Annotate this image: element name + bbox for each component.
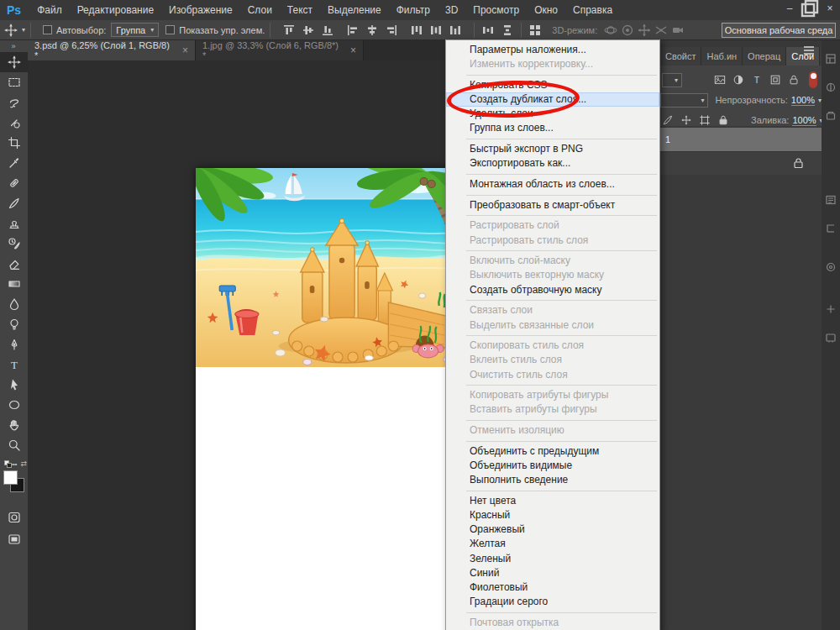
panel-tab[interactable]: Свойст	[660, 47, 701, 66]
align-middle-icon[interactable]	[302, 24, 315, 37]
context-menu-item[interactable]: Оранжевый	[446, 522, 659, 537]
swap-colors-icon[interactable]: ⇄	[20, 459, 27, 468]
eyedropper-tool[interactable]	[0, 153, 28, 173]
brush-tool[interactable]	[0, 193, 28, 213]
context-menu-item[interactable]: Красный	[446, 508, 659, 522]
distribute-v-spacing-icon[interactable]	[501, 24, 514, 37]
menubar-item[interactable]: Слои	[240, 0, 280, 20]
type-tool[interactable]: T	[0, 354, 28, 375]
filter-pixel-icon[interactable]	[714, 74, 726, 86]
blend-mode-dropdown[interactable]: ▾	[660, 93, 708, 108]
eraser-tool[interactable]	[0, 254, 28, 274]
menubar-item[interactable]: Окно	[527, 0, 565, 20]
menubar-item[interactable]: Выделение	[320, 0, 389, 20]
context-menu-item[interactable]: Группа из слоев...	[446, 121, 659, 135]
menubar-item[interactable]: 3D	[438, 0, 465, 20]
context-menu-item[interactable]: Вставить атрибуты фигуры	[446, 402, 659, 417]
context-menu-item[interactable]: Быстрый экспорт в PNG	[446, 142, 659, 156]
menubar-item[interactable]: Фильтр	[389, 0, 438, 20]
context-menu-item[interactable]: Параметры наложения...	[446, 43, 659, 57]
lock-all-icon[interactable]	[717, 114, 729, 126]
toolbox-collapse-icon[interactable]: »	[0, 40, 28, 50]
context-menu-item[interactable]: Связать слои	[446, 303, 659, 318]
show-controls-checkbox[interactable]	[165, 25, 175, 34]
context-menu-item[interactable]: Выделить связанные слои	[446, 318, 659, 333]
lock-artboard-icon[interactable]	[699, 114, 711, 126]
dock-panel-icon[interactable]	[826, 302, 836, 312]
filter-type-icon[interactable]: T	[751, 74, 763, 86]
dock-panel-icon[interactable]	[826, 52, 836, 62]
align-left-icon[interactable]	[346, 24, 360, 37]
distribute-h-spacing-icon[interactable]	[481, 24, 495, 37]
marquee-tool[interactable]	[0, 72, 28, 92]
crop-tool[interactable]	[0, 133, 28, 153]
close-button[interactable]: ×	[820, 0, 840, 17]
context-menu-item[interactable]: Почтовая открытка	[446, 616, 659, 630]
autoselect-checkbox[interactable]	[43, 25, 52, 34]
context-menu-item[interactable]: Растрировать стиль слоя	[446, 234, 659, 248]
path-selection-tool[interactable]	[0, 375, 28, 395]
hand-tool[interactable]	[0, 415, 28, 435]
document-tab[interactable]: 3.psd @ 6,25% (Слой 1, RGB/8) * ×	[28, 40, 196, 60]
quick-selection-tool[interactable]	[0, 113, 28, 133]
context-menu-item[interactable]: Вклеить стиль слоя	[446, 353, 659, 367]
filter-shape-icon[interactable]	[769, 74, 781, 86]
minimize-button[interactable]: –	[780, 0, 800, 17]
distribute-bottom-icon[interactable]	[449, 24, 462, 37]
healing-brush-tool[interactable]	[0, 173, 28, 193]
tab-close-icon[interactable]: ×	[182, 45, 188, 56]
menubar-item[interactable]: Редактирование	[70, 0, 161, 20]
panel-tab[interactable]: Операц	[743, 47, 786, 66]
document-tab[interactable]: 1.jpg @ 33,3% (Слой 6, RGB/8*) * ×	[196, 40, 364, 60]
menubar-item[interactable]: Справка	[565, 0, 620, 20]
shape-tool[interactable]	[0, 395, 28, 415]
context-menu-item[interactable]: Объединить с предыдущим	[446, 444, 659, 459]
dock-panel-icon[interactable]	[826, 81, 836, 91]
move-tool[interactable]	[0, 52, 28, 72]
context-menu-item[interactable]: Фиолетовый	[446, 580, 659, 595]
context-menu-item[interactable]: Экспортировать как...	[446, 156, 659, 171]
lock-transparency-icon[interactable]	[662, 114, 674, 126]
fill-value[interactable]: 100%	[792, 115, 816, 126]
context-menu-item[interactable]: Желтая	[446, 537, 659, 551]
dock-panel-icon[interactable]	[826, 193, 836, 203]
move-tool-icon[interactable]	[0, 20, 22, 40]
context-menu-item[interactable]: Выключить векторную маску	[446, 268, 659, 282]
filter-adjustment-icon[interactable]	[732, 74, 744, 86]
distribute-middle-icon[interactable]	[429, 24, 443, 37]
context-menu-item[interactable]: Монтажная область из слоев...	[446, 177, 659, 192]
foreground-color-swatch[interactable]	[3, 470, 18, 485]
autoselect-dropdown[interactable]: Группа▾	[111, 23, 159, 37]
distribute-top-icon[interactable]	[410, 24, 423, 37]
lock-position-icon[interactable]	[680, 114, 692, 126]
restore-button[interactable]	[800, 0, 820, 17]
context-menu-item[interactable]: Выполнить сведение	[446, 473, 659, 487]
history-brush-tool[interactable]	[0, 234, 28, 254]
context-menu-item[interactable]: Очистить стиль слоя	[446, 368, 659, 382]
screen-mode-icon[interactable]	[0, 529, 28, 549]
dodge-tool[interactable]	[0, 314, 28, 334]
dock-panel-icon[interactable]	[826, 222, 836, 232]
align-right-icon[interactable]	[385, 24, 398, 37]
gradient-tool[interactable]	[0, 274, 28, 294]
align-top-icon[interactable]	[282, 24, 296, 37]
align-center-icon[interactable]	[365, 24, 379, 37]
context-menu-item[interactable]: Объединить видимые	[446, 459, 659, 473]
context-menu-item[interactable]: Растрировать слой	[446, 218, 659, 233]
lasso-tool[interactable]	[0, 92, 28, 113]
context-menu-item[interactable]: Создать обтравочную маску	[446, 283, 659, 297]
dock-panel-icon[interactable]	[826, 109, 836, 119]
menubar-item[interactable]: Изображение	[161, 0, 240, 20]
quick-mask-icon[interactable]	[0, 507, 28, 528]
blur-tool[interactable]	[0, 294, 28, 314]
pen-tool[interactable]	[0, 334, 28, 354]
context-menu-item[interactable]: Зеленый	[446, 552, 659, 566]
default-colors-icon[interactable]	[4, 460, 12, 468]
context-menu-item[interactable]: Изменить корректировку...	[446, 57, 659, 71]
menubar-item[interactable]: Файл	[29, 0, 70, 20]
tool-preset-chevron-icon[interactable]: ▾	[22, 26, 25, 34]
filter-toggle[interactable]	[809, 71, 817, 88]
filter-kind-dropdown[interactable]: ▾	[662, 73, 682, 87]
context-menu-item[interactable]: Синий	[446, 566, 659, 580]
menubar-item[interactable]: Текст	[280, 0, 320, 20]
